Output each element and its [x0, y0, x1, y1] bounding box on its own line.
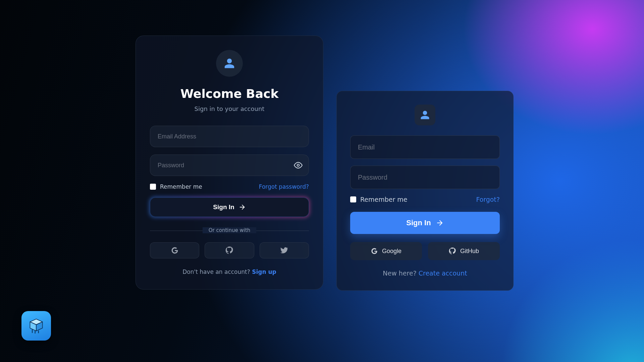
footer-text: New here?	[383, 269, 418, 277]
github-button[interactable]: GitHub	[428, 242, 500, 260]
signin-button-label: Sign In	[213, 203, 234, 211]
checkbox-icon	[350, 196, 356, 202]
social-buttons: Google GitHub	[350, 242, 500, 260]
eye-icon[interactable]	[293, 161, 303, 170]
google-button[interactable]	[150, 242, 199, 258]
user-icon	[420, 110, 430, 120]
password-wrap	[150, 155, 309, 176]
forgot-password-link[interactable]: Forgot password?	[259, 183, 309, 190]
remember-me-checkbox[interactable]: Remember me	[150, 183, 202, 190]
signin-button[interactable]: Sign In	[150, 197, 309, 217]
forgot-link[interactable]: Forgot?	[476, 196, 500, 203]
page-title: Welcome Back	[150, 87, 309, 101]
google-label: Google	[382, 248, 401, 255]
twitter-button[interactable]	[260, 242, 309, 258]
create-account-footer: New here? Create account	[350, 269, 500, 277]
cube-icon	[27, 317, 45, 335]
email-field[interactable]	[350, 135, 500, 159]
divider-label: Or continue with	[203, 227, 257, 233]
remember-me-label: Remember me	[160, 183, 202, 190]
options-row: Remember me Forgot?	[350, 196, 500, 203]
svg-point-0	[297, 164, 300, 167]
social-buttons	[150, 242, 309, 258]
checkbox-icon	[150, 184, 156, 190]
password-field[interactable]	[150, 155, 309, 176]
avatar-wrap	[350, 105, 500, 125]
google-button[interactable]: Google	[350, 242, 422, 260]
signup-footer: Don't have an account? Sign up	[150, 268, 309, 275]
remember-me-label: Remember me	[360, 196, 408, 203]
arrow-right-icon	[238, 203, 246, 211]
page-subtitle: Sign in to your account	[150, 105, 309, 112]
avatar-circle	[216, 50, 243, 77]
login-card-large: Welcome Back Sign in to your account Rem…	[136, 36, 323, 290]
avatar-wrap	[150, 50, 309, 77]
github-icon	[449, 247, 456, 255]
avatar-square	[415, 105, 435, 125]
remember-me-checkbox[interactable]: Remember me	[350, 196, 408, 203]
signin-wrap: Sign In	[150, 197, 309, 217]
login-card-compact: Remember me Forgot? Sign In Google GitHu…	[336, 91, 514, 291]
github-button[interactable]	[205, 242, 254, 258]
create-account-link[interactable]: Create account	[419, 269, 467, 277]
password-field[interactable]	[350, 166, 500, 189]
google-icon	[371, 247, 378, 255]
signin-button[interactable]: Sign In	[350, 212, 500, 234]
arrow-right-icon	[436, 219, 444, 227]
github-icon	[225, 246, 233, 254]
twitter-icon	[280, 246, 288, 254]
divider: Or continue with	[150, 227, 309, 234]
signin-button-label: Sign In	[406, 219, 431, 227]
brand-badge	[21, 311, 51, 341]
github-label: GitHub	[460, 248, 479, 255]
signup-link[interactable]: Sign up	[252, 268, 276, 275]
options-row: Remember me Forgot password?	[150, 183, 309, 190]
google-icon	[171, 246, 179, 254]
footer-text: Don't have an account?	[182, 268, 252, 275]
email-field[interactable]	[150, 126, 309, 147]
user-icon	[224, 58, 235, 69]
